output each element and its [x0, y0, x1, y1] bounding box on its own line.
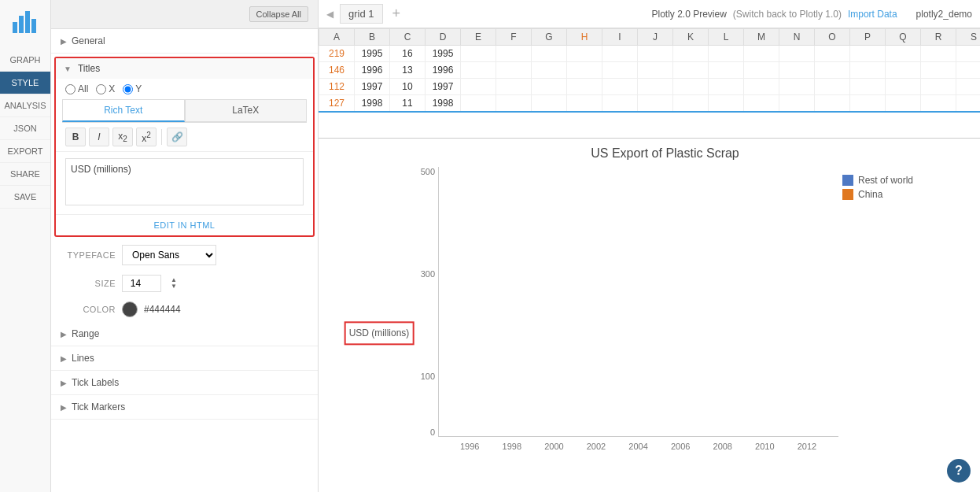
grid-cell[interactable]: 1995 — [426, 46, 461, 62]
grid-cell[interactable] — [850, 62, 886, 79]
grid-cell[interactable]: 13 — [390, 62, 426, 79]
grid-cell[interactable] — [602, 46, 638, 62]
grid-cell[interactable] — [886, 95, 921, 113]
grid-cell[interactable] — [850, 95, 886, 113]
grid-cell[interactable] — [638, 95, 673, 113]
grid-cell[interactable] — [567, 62, 602, 79]
grid-cell[interactable] — [461, 46, 496, 62]
grid-cell[interactable] — [815, 46, 850, 62]
grid-cell[interactable]: 10 — [390, 79, 426, 95]
grid-cell[interactable] — [567, 79, 602, 95]
grid-cell[interactable] — [602, 79, 638, 95]
grid-cell[interactable] — [956, 95, 981, 113]
radio-all[interactable] — [65, 84, 76, 94]
grid-cell[interactable] — [532, 95, 567, 113]
table-row[interactable]: 1121997101997 — [319, 79, 981, 95]
sidebar-item-analysis[interactable]: ANALYSIS — [0, 94, 50, 117]
grid-cell[interactable] — [638, 46, 673, 62]
grid-cell[interactable] — [567, 95, 602, 113]
grid-cell[interactable] — [461, 79, 496, 95]
grid-cell[interactable] — [921, 62, 956, 79]
lines-section[interactable]: ▶ Lines — [51, 346, 318, 371]
grid-cell[interactable] — [461, 95, 496, 113]
sidebar-item-export[interactable]: EXPORT — [0, 140, 50, 163]
grid-cell[interactable] — [673, 62, 709, 79]
grid-cell[interactable]: 146 — [319, 62, 355, 79]
grid-cell[interactable] — [815, 62, 850, 79]
tab-richtext[interactable]: Rich Text — [62, 99, 185, 122]
table-row[interactable]: 1271998111998 — [319, 95, 981, 113]
help-button[interactable]: ? — [947, 459, 971, 483]
switch-to-plotly1-link[interactable]: (Switch back to Plotly 1.0) — [733, 9, 842, 20]
grid-cell[interactable] — [602, 95, 638, 113]
typeface-select[interactable]: Open Sans — [122, 245, 216, 265]
grid-cell[interactable]: 16 — [390, 46, 426, 62]
grid-cell[interactable] — [886, 79, 921, 95]
grid-cell[interactable] — [850, 79, 886, 95]
grid-cell[interactable]: 1996 — [426, 62, 461, 79]
grid-cell[interactable] — [921, 95, 956, 113]
import-data-button[interactable]: Import Data — [848, 9, 897, 20]
grid-cell[interactable] — [956, 79, 981, 95]
radio-y[interactable] — [123, 84, 133, 94]
general-section[interactable]: ▶ General — [51, 29, 318, 54]
grid-cell[interactable]: 11 — [390, 95, 426, 113]
range-section[interactable]: ▶ Range — [51, 322, 318, 346]
grid-cell[interactable] — [779, 46, 815, 62]
grid-cell[interactable] — [709, 46, 744, 62]
superscript-button[interactable]: x2 — [136, 128, 157, 146]
size-input[interactable] — [122, 275, 161, 292]
grid-tab[interactable]: grid 1 — [340, 4, 383, 24]
grid-cell[interactable]: 1998 — [426, 95, 461, 113]
grid-cell[interactable] — [744, 95, 779, 113]
sidebar-item-json[interactable]: JSON — [0, 117, 50, 140]
grid-cell[interactable] — [886, 46, 921, 62]
size-down-button[interactable]: ▼ — [169, 283, 179, 290]
grid-cell[interactable] — [638, 62, 673, 79]
grid-cell[interactable] — [956, 46, 981, 62]
color-swatch[interactable] — [122, 301, 138, 317]
grid-cell[interactable] — [779, 95, 815, 113]
grid-cell[interactable] — [496, 79, 532, 95]
grid-cell[interactable] — [673, 95, 709, 113]
grid-cell[interactable]: 1996 — [355, 62, 390, 79]
sidebar-item-share[interactable]: SHARE — [0, 163, 50, 186]
grid-cell[interactable]: 1997 — [426, 79, 461, 95]
nav-back-icon[interactable]: ◀ — [326, 9, 333, 20]
subscript-button[interactable]: x2 — [112, 128, 133, 146]
grid-cell[interactable] — [673, 46, 709, 62]
grid-cell[interactable] — [567, 46, 602, 62]
radio-x-label[interactable]: X — [96, 83, 115, 94]
grid-cell[interactable] — [815, 95, 850, 113]
bold-button[interactable]: B — [65, 128, 86, 146]
grid-cell[interactable] — [744, 62, 779, 79]
grid-cell[interactable] — [921, 46, 956, 62]
radio-x[interactable] — [96, 84, 106, 94]
edit-html-button[interactable]: EDIT IN HTML — [154, 220, 216, 230]
table-row[interactable]: 2191995161995 — [319, 46, 981, 62]
grid-cell[interactable] — [886, 62, 921, 79]
sidebar-item-save[interactable]: SAVE — [0, 186, 50, 209]
grid-cell[interactable]: 1998 — [355, 95, 390, 113]
grid-cell[interactable] — [709, 79, 744, 95]
tick-labels-section[interactable]: ▶ Tick Labels — [51, 371, 318, 395]
grid-cell[interactable] — [744, 79, 779, 95]
add-tab-icon[interactable]: + — [392, 6, 401, 22]
grid-cell[interactable] — [496, 95, 532, 113]
grid-cell[interactable] — [779, 62, 815, 79]
italic-button[interactable]: I — [89, 128, 109, 146]
grid-cell[interactable] — [815, 79, 850, 95]
grid-cell[interactable] — [709, 95, 744, 113]
grid-cell[interactable]: 127 — [319, 95, 355, 113]
grid-cell[interactable] — [496, 62, 532, 79]
tick-markers-section[interactable]: ▶ Tick Markers — [51, 395, 318, 420]
grid-cell[interactable] — [956, 62, 981, 79]
grid-cell[interactable] — [921, 79, 956, 95]
grid-cell[interactable]: 112 — [319, 79, 355, 95]
grid-cell[interactable] — [638, 79, 673, 95]
grid-cell[interactable] — [532, 62, 567, 79]
link-button[interactable]: 🔗 — [167, 128, 187, 146]
titles-header[interactable]: ▼ Titles — [56, 58, 313, 79]
grid-cell[interactable] — [779, 79, 815, 95]
sidebar-item-graph[interactable]: GRAPH — [0, 49, 50, 72]
